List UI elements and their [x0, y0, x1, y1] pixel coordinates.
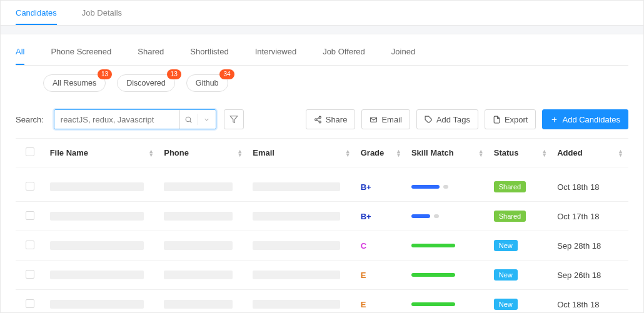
col-status[interactable]: Status: [494, 148, 519, 157]
skill-match-cell: [411, 273, 484, 277]
row-checkbox[interactable]: [26, 182, 34, 191]
status-badge: New: [494, 269, 518, 281]
email-cell: [253, 300, 340, 309]
status-tab-job-offered[interactable]: Job Offered: [323, 37, 365, 65]
status-tab-shortlisted[interactable]: Shortlisted: [190, 37, 228, 65]
sort-icon[interactable]: ▲▼: [541, 149, 547, 157]
table-row[interactable]: B+SharedOct 17th 18: [16, 202, 628, 231]
export-button[interactable]: Export: [485, 109, 536, 129]
col-skill-match[interactable]: Skill Match: [411, 148, 454, 157]
chip-all-resumes[interactable]: All Resumes: [43, 74, 106, 92]
status-tab-all[interactable]: All: [16, 37, 24, 65]
added-cell: Sep 28th 18: [557, 241, 601, 251]
row-checkbox[interactable]: [26, 241, 34, 249]
tab-job-details[interactable]: Job Details: [82, 1, 122, 25]
sort-icon[interactable]: ▲▼: [148, 149, 154, 157]
status-tab-joined[interactable]: Joined: [391, 37, 415, 65]
chip-discovered[interactable]: Discovered: [117, 74, 175, 92]
chip-github-wrap: Github 34: [186, 74, 228, 92]
sort-icon[interactable]: ▲▼: [345, 149, 351, 157]
grade-cell: E: [361, 271, 366, 280]
skill-match-cell: [411, 302, 484, 306]
email-cell: [253, 182, 340, 191]
status-tabs: All Phone Screened Shared Shortlisted In…: [16, 37, 628, 66]
status-badge: New: [494, 240, 518, 251]
svg-line-7: [316, 117, 319, 119]
col-email[interactable]: Email: [253, 148, 274, 157]
select-all-checkbox[interactable]: [26, 147, 34, 156]
status-tab-shared[interactable]: Shared: [138, 37, 164, 65]
col-phone[interactable]: Phone: [164, 148, 189, 157]
file-name-cell: [50, 241, 144, 250]
search-box: [54, 109, 216, 129]
added-cell: Sep 26th 18: [557, 271, 601, 280]
plus-icon: [550, 116, 558, 124]
sort-icon[interactable]: ▲▼: [618, 149, 623, 157]
svg-line-1: [190, 121, 191, 122]
share-button-label: Share: [326, 115, 348, 124]
col-added[interactable]: Added: [557, 148, 582, 157]
chip-discovered-wrap: Discovered 13: [117, 74, 175, 92]
phone-cell: [164, 241, 233, 250]
chip-all-resumes-wrap: All Resumes 13: [43, 74, 106, 92]
file-name-cell: [50, 271, 144, 279]
svg-line-6: [316, 120, 319, 121]
col-file-name[interactable]: File Name: [50, 148, 88, 157]
top-tabs: Candidates Job Details: [1, 1, 643, 26]
sort-icon[interactable]: ▲▼: [237, 149, 243, 157]
phone-cell: [164, 182, 233, 191]
added-cell: Oct 17th 18: [557, 212, 599, 221]
phone-cell: [164, 212, 233, 221]
phone-cell: [164, 271, 233, 279]
status-tab-phone-screened[interactable]: Phone Screened: [51, 37, 111, 65]
row-checkbox[interactable]: [26, 211, 34, 220]
tab-candidates[interactable]: Candidates: [16, 1, 57, 25]
chip-discovered-badge: 13: [167, 69, 181, 79]
svg-marker-2: [230, 116, 238, 123]
search-input[interactable]: [54, 110, 179, 129]
chip-github-badge: 34: [219, 69, 234, 79]
sort-icon[interactable]: ▲▼: [396, 149, 401, 157]
table-row[interactable]: B+SharedOct 18th 18: [16, 167, 628, 202]
email-button[interactable]: Email: [361, 109, 410, 129]
grade-cell: E: [361, 300, 366, 309]
svg-point-4: [314, 118, 316, 120]
sort-icon[interactable]: ▲▼: [478, 149, 484, 157]
added-cell: Oct 18th 18: [557, 182, 599, 192]
file-name-cell: [50, 300, 144, 309]
table-row[interactable]: CNewSep 28th 18: [16, 231, 628, 261]
file-name-cell: [50, 212, 144, 221]
divider: [1, 26, 643, 34]
candidates-table: File Name▲▼ Phone▲▼ Email▲▼ Grade▲▼ Skil…: [16, 138, 628, 313]
row-checkbox[interactable]: [26, 299, 34, 308]
status-badge: Shared: [494, 181, 526, 192]
grade-cell: C: [361, 241, 366, 251]
col-grade[interactable]: Grade: [361, 148, 385, 157]
share-button[interactable]: Share: [306, 109, 356, 129]
email-cell: [253, 271, 340, 279]
add-tags-button-label: Add Tags: [436, 115, 470, 124]
skill-match-cell: [411, 185, 484, 189]
export-icon: [493, 116, 501, 124]
chevron-down-icon[interactable]: [198, 110, 216, 129]
source-chips: All Resumes 13 Discovered 13 Github 34: [16, 66, 628, 96]
table-row[interactable]: ENewSep 26th 18: [16, 261, 628, 290]
table-row[interactable]: ENewOct 18th 18: [16, 290, 628, 314]
toolbar: Search: Share Email: [16, 96, 628, 138]
svg-point-3: [319, 116, 321, 118]
filter-button[interactable]: [224, 109, 244, 129]
share-icon: [314, 116, 322, 124]
add-candidates-button[interactable]: Add Candidates: [542, 109, 628, 129]
svg-point-0: [186, 117, 191, 122]
status-tab-interviewed[interactable]: Interviewed: [255, 37, 296, 65]
row-checkbox[interactable]: [26, 270, 34, 279]
search-label: Search:: [16, 115, 44, 124]
tag-icon: [425, 116, 433, 124]
add-tags-button[interactable]: Add Tags: [416, 109, 478, 129]
mail-icon: [370, 116, 378, 124]
add-candidates-button-label: Add Candidates: [562, 115, 620, 124]
file-name-cell: [50, 182, 144, 191]
search-icon[interactable]: [180, 110, 198, 129]
svg-point-5: [319, 121, 321, 122]
status-badge: New: [494, 299, 518, 310]
